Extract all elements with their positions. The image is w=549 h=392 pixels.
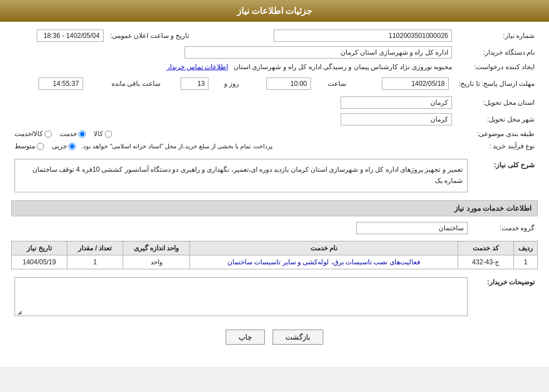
col-header-name: نام خدمت [190,241,458,255]
buyer-org-label: نام دستگاه خریدار: [455,44,538,61]
group-label: گروه خدمت: [471,220,538,236]
buyer-org-value: اداره کل راه و شهرسازی استان کرمان [184,46,452,59]
cell-quantity: 1 [67,255,123,269]
order-number-label: شماره نیاز: [455,27,538,44]
city-value: کرمان [341,113,452,125]
announce-label: تاریخ و ساعت اعلان عمومی: [107,27,193,44]
col-header-date: تاریخ نیاز [12,241,67,255]
category-radio-group: کالا/خدمت خدمت کالا [14,130,452,138]
send-date-value: 1402/05/18 [382,78,449,90]
cell-service-code: ج-43-432 [458,255,514,269]
buyer-notes-label: توضیحات خریدار: [471,275,538,318]
bottom-buttons: بازگشت چاپ [11,330,538,356]
cell-row-num: 1 [514,255,538,269]
back-button[interactable]: بازگشت [273,330,323,345]
send-days-label: روز و [212,75,242,92]
send-time-label: ساعت [314,75,349,92]
service-section-title: اطلاعات خدمات مورد نیاز [11,200,538,216]
col-header-unit: واحد اندازه گیری [123,241,190,255]
description-label: شرح کلی نیاز: [471,157,538,195]
cell-unit: واحد [123,255,190,269]
process-label: نوع فرآیند خرید : [455,140,538,152]
requester-contact-link[interactable]: اطلاعات تماس خریدار [167,63,228,71]
send-remaining-label: ساعت باقی مانده [86,75,164,92]
cell-service-name: فعالیت‌های نصب تاسیسات برق، لوله‌کشی و س… [190,255,458,269]
requester-value: محبوبه نوروزی نژاد کارشناس پیمان و رسیدگ… [234,63,452,71]
buyer-notes-box: ◢ [14,277,468,316]
requester-label: ایجاد کننده درخواست: [455,61,538,73]
description-value: تعمیر و تجهیز پروژهای اداره کل راه و شهر… [14,159,468,192]
send-remaining-value: 14:55:37 [38,78,83,90]
category-label: طبقه بندی موضوعی: [455,128,538,140]
resize-handle: ◢ [16,309,22,314]
announce-value: 1402/05/04 - 18:36 [37,30,104,42]
print-button[interactable]: چاپ [226,330,265,345]
process-option-jozi[interactable]: جزیی [52,142,76,150]
category-option-khedmat[interactable]: خدمت [60,130,86,138]
cell-date: 1404/05/19 [12,255,67,269]
table-row: 1 ج-43-432 فعالیت‌های نصب تاسیسات برق، ل… [12,255,538,269]
page-header: جزئیات اطلاعات نیاز [0,0,549,22]
send-time-value: 10:00 [266,78,311,90]
process-option-motavaset[interactable]: متوسط [14,142,44,150]
city-label: شهر محل تحویل: [455,111,538,128]
main-info-table: شماره نیاز: 1102003501000026 تاریخ و ساع… [11,27,538,152]
col-header-row: ردیف [514,241,538,255]
province-label: استان محل تحویل: [455,94,538,111]
col-header-code: کد خدمت [458,241,514,255]
page-title: جزئیات اطلاعات نیاز [237,6,313,16]
buyer-notes-table: توضیحات خریدار: ◢ [11,275,538,318]
group-value: ساختمان [356,222,468,234]
col-header-qty: تعداد / مقدار [67,241,123,255]
send-date-row: 1402/05/18 ساعت 10:00 روز و 13 ساعت باقی… [14,75,452,92]
description-table: شرح کلی نیاز: تعمیر و تجهیز پروژهای ادار… [11,157,538,195]
order-number-value: 1102003501000026 [274,30,452,42]
process-radio-group: متوسط جزیی [14,142,76,150]
send-date-label: مهلت ارسال پاسخ: تا تاریخ: [455,73,538,94]
category-option-kala-khedmat[interactable]: کالا/خدمت [14,130,52,138]
service-group-table: گروه خدمت: ساختمان [11,220,538,236]
category-option-kala[interactable]: کالا [94,130,112,138]
process-note: پرداخت تمام یا بخشی از مبلغ خرید،از محل … [81,143,273,150]
province-value: کرمان [341,96,452,109]
send-days-value: 13 [181,78,208,90]
service-table: ردیف کد خدمت نام خدمت واحد اندازه گیری ت… [11,241,538,269]
